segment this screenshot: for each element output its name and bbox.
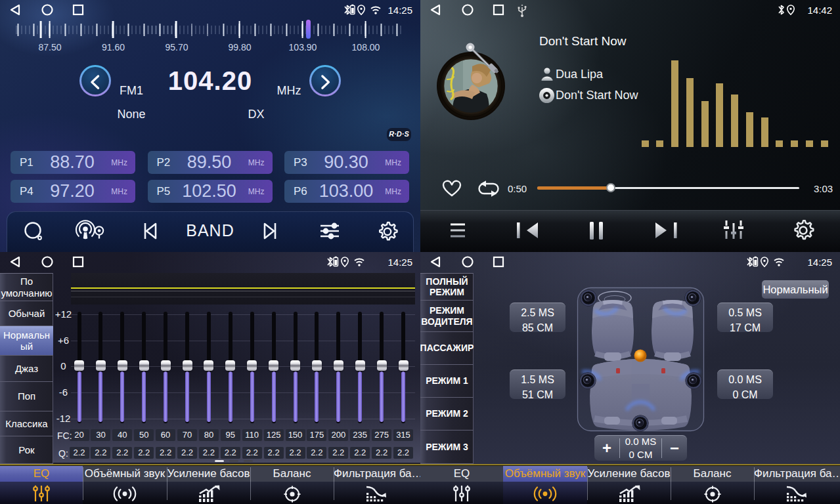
svg-text:BAND: BAND <box>186 221 234 240</box>
